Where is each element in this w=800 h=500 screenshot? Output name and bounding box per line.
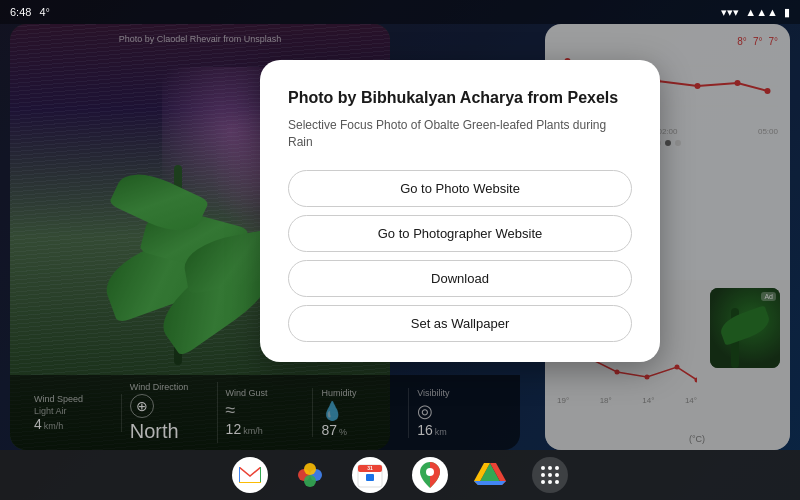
- google-maps-icon[interactable]: [412, 457, 448, 493]
- svg-point-34: [548, 466, 552, 470]
- drive-logo: [474, 461, 506, 489]
- modal-overlay[interactable]: Photo by Bibhukalyan Acharya from Pexels…: [0, 0, 800, 500]
- go-to-photographer-button[interactable]: Go to Photographer Website: [288, 215, 632, 252]
- svg-point-33: [541, 466, 545, 470]
- modal-buttons-container: Go to Photo Website Go to Photographer W…: [288, 170, 632, 342]
- svg-rect-25: [366, 474, 374, 481]
- app-launcher-icon[interactable]: [532, 457, 568, 493]
- svg-point-40: [548, 480, 552, 484]
- taskbar: 31: [0, 450, 800, 500]
- signal-icon: ▲▲▲: [745, 6, 778, 18]
- google-photos-icon[interactable]: [292, 457, 328, 493]
- svg-point-41: [555, 480, 559, 484]
- svg-point-37: [548, 473, 552, 477]
- svg-point-22: [304, 475, 316, 487]
- svg-marker-32: [474, 481, 506, 485]
- go-to-photo-button[interactable]: Go to Photo Website: [288, 170, 632, 207]
- modal-description: Selective Focus Photo of Obalte Green-le…: [288, 117, 632, 151]
- wifi-icon: ▾▾▾: [721, 6, 739, 19]
- status-bar: 6:48 4° ▾▾▾ ▲▲▲ ▮: [0, 0, 800, 24]
- modal-title: Photo by Bibhukalyan Acharya from Pexels: [288, 88, 632, 109]
- svg-point-27: [426, 468, 434, 476]
- svg-point-21: [304, 463, 316, 475]
- google-drive-icon[interactable]: [472, 457, 508, 493]
- svg-point-39: [541, 480, 545, 484]
- status-temp: 4°: [39, 6, 50, 18]
- google-calendar-icon[interactable]: 31: [352, 457, 388, 493]
- svg-point-35: [555, 466, 559, 470]
- launcher-grid: [540, 465, 560, 485]
- set-wallpaper-button[interactable]: Set as Wallpaper: [288, 305, 632, 342]
- calendar-logo: 31: [356, 461, 384, 489]
- gmail-logo: [239, 467, 261, 483]
- svg-point-38: [555, 473, 559, 477]
- status-time: 6:48: [10, 6, 31, 18]
- download-button[interactable]: Download: [288, 260, 632, 297]
- gmail-icon[interactable]: [232, 457, 268, 493]
- svg-text:31: 31: [367, 465, 373, 471]
- battery-icon: ▮: [784, 6, 790, 19]
- photos-logo: [294, 459, 326, 491]
- photo-info-modal: Photo by Bibhukalyan Acharya from Pexels…: [260, 60, 660, 362]
- maps-logo: [417, 460, 443, 490]
- svg-point-36: [541, 473, 545, 477]
